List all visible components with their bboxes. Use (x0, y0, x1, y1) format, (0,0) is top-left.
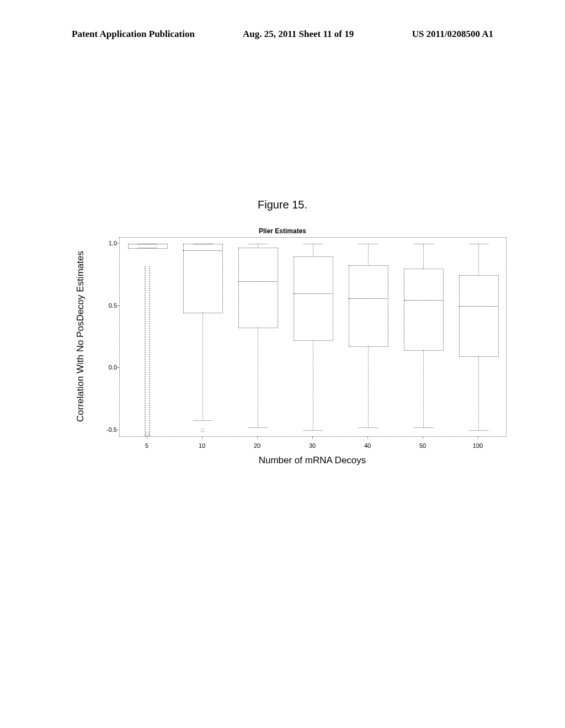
whisker-lower (202, 312, 203, 420)
x-tick-label: 50 (412, 442, 434, 449)
chart-title: Plier Estimates (0, 227, 565, 235)
whisker-lower (423, 350, 424, 428)
whisker-cap-upper (248, 244, 268, 244)
whisker-upper (368, 244, 369, 265)
median-line (459, 306, 498, 307)
boxplot-chart: Correlation With No PosDecoy Estimates N… (77, 237, 508, 458)
x-tick-label: 10 (191, 442, 213, 449)
whisker-upper (478, 244, 479, 275)
box (349, 265, 388, 347)
x-tick-mark (257, 436, 258, 439)
x-tick-mark (478, 436, 478, 439)
y-tick-label: 1.0 (100, 240, 117, 247)
whisker-cap-upper (359, 244, 378, 244)
whisker-cap-lower (248, 427, 268, 428)
whisker-cap-upper (303, 244, 323, 244)
x-tick-label: 20 (246, 442, 268, 449)
box (294, 256, 333, 341)
whisker-cap-lower (359, 427, 378, 428)
header-right: US 2011/0208500 A1 (412, 29, 493, 40)
plot-area (119, 237, 507, 437)
whisker-cap-upper (469, 244, 488, 244)
y-tick-label: -0.5 (100, 426, 117, 433)
x-tick-mark (147, 436, 147, 439)
whisker-cap-lower (414, 427, 433, 428)
median-line (404, 300, 443, 301)
whisker-upper (313, 244, 313, 256)
median-line (349, 298, 387, 299)
x-tick-mark (202, 436, 202, 439)
outlier (201, 428, 205, 432)
box (183, 244, 223, 313)
x-tick-label: 5 (136, 442, 158, 449)
x-tick-mark (423, 436, 423, 439)
y-tick-label: 0.0 (100, 364, 117, 371)
outlier (146, 432, 150, 436)
whisker-cap-lower (193, 420, 212, 421)
whisker-cap-lower (469, 430, 488, 431)
y-axis-label: Correlation With No PosDecoy Estimates (75, 237, 86, 436)
outlier-stack (145, 266, 150, 436)
whisker-lower (368, 346, 369, 428)
y-tick-mark (117, 430, 120, 430)
box (128, 244, 168, 249)
x-tick-label: 40 (356, 442, 379, 449)
whisker-upper (423, 244, 424, 269)
header-center: Aug. 25, 2011 Sheet 11 of 19 (243, 29, 354, 40)
whisker-cap-upper (414, 244, 433, 244)
header-left: Patent Application Publication (72, 29, 195, 40)
median-line (294, 293, 332, 294)
median-line (128, 244, 167, 244)
y-tick-mark (117, 243, 120, 244)
median-line (183, 250, 222, 251)
median-line (238, 281, 277, 282)
box (459, 275, 499, 357)
y-tick-mark (117, 367, 120, 368)
whisker-lower (313, 340, 313, 430)
x-tick-mark (367, 436, 368, 439)
whisker-cap-lower (303, 430, 323, 431)
figure-caption: Figure 15. (0, 199, 565, 211)
y-tick-label: 0.5 (100, 302, 117, 309)
x-tick-mark (312, 436, 313, 439)
x-tick-label: 100 (467, 442, 489, 449)
whisker-upper (258, 244, 258, 248)
box (404, 269, 444, 350)
x-axis-label: Number of mRNA Decoys (119, 455, 505, 466)
whisker-lower (478, 356, 479, 430)
x-tick-label: 30 (301, 442, 323, 449)
whisker-lower (258, 327, 258, 427)
y-tick-mark (117, 306, 120, 306)
box (238, 248, 278, 328)
